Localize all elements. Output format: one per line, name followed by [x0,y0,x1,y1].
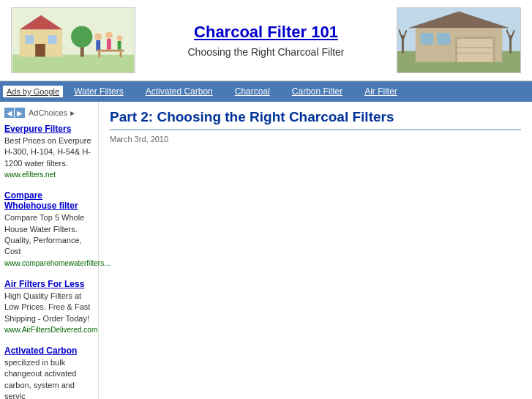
nav-link-water-filters[interactable]: Water Filters [63,86,135,97]
ad-choices-label: AdChoices [29,108,67,117]
article-content: Part 2: Choosing the Right Charcoal Filt… [99,102,532,399]
svg-rect-1 [12,55,134,72]
ad-block-1: Everpure Filters Best Prices on Everpure… [4,124,94,179]
svg-point-8 [71,26,92,47]
ad-description-1: Best Prices on Everpure H-300, H-104, H-… [4,135,94,169]
page-header: Charcoal Filter 101 Choosing the Right C… [0,0,532,81]
ad-title-1[interactable]: Everpure Filters [4,124,94,134]
svg-rect-6 [35,44,45,57]
svg-rect-17 [120,52,122,58]
svg-rect-27 [437,33,450,45]
ads-by-google-label: Ads by Google [3,86,63,97]
ad-block-4: Activated Carbon specilized in bulk chan… [4,346,94,399]
header-right-illustration [397,7,521,73]
main-content: ◀ ▶ AdChoices ► Everpure Filters Best Pr… [0,102,532,399]
header-left-illustration [11,7,135,73]
nav-bar: Ads by Google Water Filters Activated Ca… [0,81,532,102]
ad-block-2: Compare Wholehouse filter Compare Top 5 … [4,190,94,267]
ad-title-3[interactable]: Air Filters For Less [4,279,94,289]
svg-rect-16 [98,52,100,58]
svg-rect-12 [107,39,111,50]
svg-rect-5 [48,35,57,44]
article-title: Part 2: Choosing the Right Charcoal Filt… [110,109,521,130]
ad-title-2[interactable]: Compare Wholehouse filter [4,190,94,211]
ad-choices-bar: ◀ ▶ AdChoices ► [4,108,94,118]
ad-block-3: Air Filters For Less High Quality Filter… [4,279,94,334]
article-date: March 3rd, 2010 [110,135,521,143]
ad-description-3: High Quality Filters at Low Prices. Free… [4,291,94,324]
ad-url-2: www.comparehomewaterfilters... [4,259,94,267]
sidebar: ◀ ▶ AdChoices ► Everpure Filters Best Pr… [0,102,99,399]
nav-link-activated-carbon[interactable]: Activated Carbon [135,86,224,97]
nav-link-charcoal[interactable]: Charcoal [224,86,281,97]
svg-point-11 [105,31,113,39]
nav-link-air-filter[interactable]: Air Filter [353,86,408,97]
svg-point-13 [117,35,123,41]
site-subtitle: Choosing the Right Charcoal Filter [135,46,397,58]
carousel-controls: ◀ ▶ [4,108,25,118]
ad-url-3: www.AirFiltersDelivered.com [4,326,94,334]
carousel-prev-button[interactable]: ◀ [4,108,15,118]
carousel-next-button[interactable]: ▶ [15,108,25,118]
ad-choices-icon: ► [69,109,76,117]
svg-rect-23 [457,39,492,62]
svg-rect-26 [421,33,434,45]
ad-title-4[interactable]: Activated Carbon [4,346,94,356]
svg-rect-10 [96,40,100,51]
svg-rect-14 [118,41,121,50]
ad-url-1: www.efilters.net [4,171,94,179]
svg-rect-4 [25,35,34,44]
ad-description-2: Compare Top 5 Whole House Water Filters.… [4,212,94,258]
ad-description-4: specilized in bulk changeout activated c… [4,357,94,399]
site-title[interactable]: Charcoal Filter 101 [135,23,397,42]
header-center: Charcoal Filter 101 Choosing the Right C… [135,23,397,58]
svg-rect-15 [97,50,124,52]
svg-point-9 [94,33,102,40]
nav-link-carbon-filter[interactable]: Carbon Filter [281,86,353,97]
